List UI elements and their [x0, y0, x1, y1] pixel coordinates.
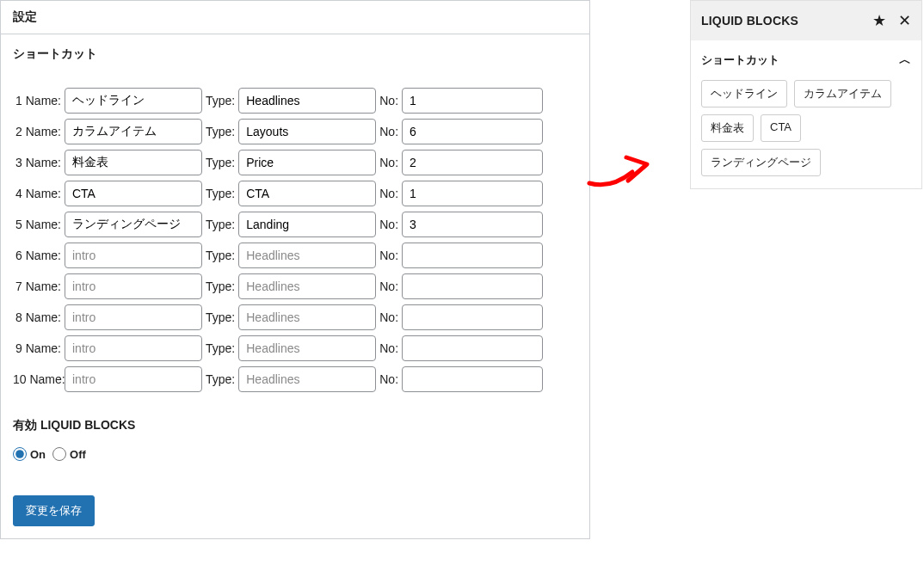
settings-panel: 設定 ショートカット 1 Name:Type:No:2 Name:Type:No… [0, 0, 590, 539]
close-icon[interactable]: ✕ [898, 13, 911, 28]
no-input[interactable] [402, 366, 543, 392]
panel-title: 設定 [1, 1, 589, 34]
row-index-label: 1 Name: [13, 94, 61, 107]
row-index-label: 10 Name: [13, 372, 61, 386]
shortcut-title: ショートカット [13, 46, 577, 62]
row-index-label: 2 Name: [13, 125, 61, 138]
sidebar-title: LIQUID BLOCKS [701, 14, 798, 28]
no-input[interactable] [402, 273, 543, 299]
radio-off-label[interactable]: Off [52, 447, 86, 461]
name-input[interactable] [65, 366, 202, 392]
shortcut-row: 8 Name:Type:No: [13, 304, 577, 330]
type-input[interactable] [238, 88, 376, 114]
type-input[interactable] [238, 304, 376, 330]
radio-off-text: Off [70, 448, 86, 461]
name-input[interactable] [65, 181, 202, 206]
no-label: No: [379, 341, 398, 355]
row-index-label: 7 Name: [13, 279, 61, 293]
tag-item[interactable]: ランディングページ [701, 149, 821, 176]
save-button[interactable]: 変更を保存 [13, 495, 95, 526]
name-input[interactable] [65, 304, 202, 330]
sidebar-section: ショートカット ︿ ヘッドラインカラムアイテム料金表CTAランディングページ [691, 40, 921, 188]
name-input[interactable] [65, 88, 202, 114]
name-input[interactable] [65, 273, 202, 299]
type-label: Type: [206, 249, 235, 262]
name-input[interactable] [65, 150, 202, 175]
type-input[interactable] [238, 119, 376, 144]
row-index-label: 9 Name: [13, 341, 61, 355]
tag-item[interactable]: カラムアイテム [794, 80, 891, 107]
type-label: Type: [206, 187, 235, 200]
shortcut-row: 2 Name:Type:No: [13, 119, 577, 144]
tag-list: ヘッドラインカラムアイテム料金表CTAランディングページ [701, 80, 911, 176]
no-input[interactable] [402, 88, 543, 114]
no-input[interactable] [402, 181, 543, 206]
shortcut-row: 4 Name:Type:No: [13, 181, 577, 206]
row-index-label: 3 Name: [13, 156, 61, 169]
tag-item[interactable]: CTA [761, 114, 801, 142]
enabled-radios: On Off [13, 447, 577, 461]
no-label: No: [379, 249, 398, 262]
no-label: No: [379, 279, 398, 293]
shortcut-row: 10 Name:Type:No: [13, 366, 577, 392]
radio-on-label[interactable]: On [13, 447, 46, 461]
type-input[interactable] [238, 181, 376, 206]
shortcut-row: 1 Name:Type:No: [13, 88, 577, 114]
sidebar-section-title: ショートカット [701, 52, 779, 68]
name-input[interactable] [65, 335, 202, 361]
type-label: Type: [206, 310, 235, 324]
name-input[interactable] [65, 212, 202, 237]
enabled-title: 有効 LIQUID BLOCKS [13, 418, 577, 433]
type-input[interactable] [238, 273, 376, 299]
tag-item[interactable]: 料金表 [701, 114, 754, 142]
row-index-label: 5 Name: [13, 218, 61, 231]
shortcut-row: 5 Name:Type:No: [13, 212, 577, 237]
type-label: Type: [206, 341, 235, 355]
no-label: No: [379, 187, 398, 200]
shortcut-row: 6 Name:Type:No: [13, 243, 577, 268]
shortcut-rows: 1 Name:Type:No:2 Name:Type:No:3 Name:Typ… [13, 88, 577, 392]
panel-body: ショートカット 1 Name:Type:No:2 Name:Type:No:3 … [1, 34, 589, 538]
no-input[interactable] [402, 335, 543, 361]
radio-on[interactable] [13, 447, 27, 461]
no-input[interactable] [402, 150, 543, 175]
chevron-up-icon: ︿ [899, 52, 911, 68]
type-input[interactable] [238, 366, 376, 392]
radio-on-text: On [30, 448, 46, 461]
sidebar-header-icons: ★ ✕ [872, 13, 911, 28]
type-label: Type: [206, 218, 235, 231]
sidebar-header: LIQUID BLOCKS ★ ✕ [691, 1, 921, 40]
no-input[interactable] [402, 304, 543, 330]
radio-off[interactable] [52, 447, 66, 461]
sidebar-section-header[interactable]: ショートカット ︿ [701, 52, 911, 68]
type-input[interactable] [238, 335, 376, 361]
no-label: No: [379, 372, 398, 386]
type-label: Type: [206, 372, 235, 386]
no-label: No: [379, 310, 398, 324]
shortcut-row: 7 Name:Type:No: [13, 273, 577, 299]
no-input[interactable] [402, 119, 543, 144]
type-input[interactable] [238, 212, 376, 237]
name-input[interactable] [65, 119, 202, 144]
no-label: No: [379, 218, 398, 231]
type-input[interactable] [238, 243, 376, 268]
type-label: Type: [206, 94, 235, 107]
name-input[interactable] [65, 243, 202, 268]
row-index-label: 6 Name: [13, 249, 61, 262]
no-label: No: [379, 156, 398, 169]
arrow-annotation [585, 150, 662, 198]
tag-item[interactable]: ヘッドライン [701, 80, 787, 107]
no-input[interactable] [402, 243, 543, 268]
type-input[interactable] [238, 150, 376, 175]
type-label: Type: [206, 125, 235, 138]
row-index-label: 4 Name: [13, 187, 61, 200]
shortcut-row: 3 Name:Type:No: [13, 150, 577, 175]
no-label: No: [379, 94, 398, 107]
type-label: Type: [206, 156, 235, 169]
shortcut-row: 9 Name:Type:No: [13, 335, 577, 361]
star-icon[interactable]: ★ [872, 13, 886, 28]
sidebar-panel: LIQUID BLOCKS ★ ✕ ショートカット ︿ ヘッドラインカラムアイテ… [690, 0, 922, 189]
no-input[interactable] [402, 212, 543, 237]
no-label: No: [379, 125, 398, 138]
type-label: Type: [206, 279, 235, 293]
